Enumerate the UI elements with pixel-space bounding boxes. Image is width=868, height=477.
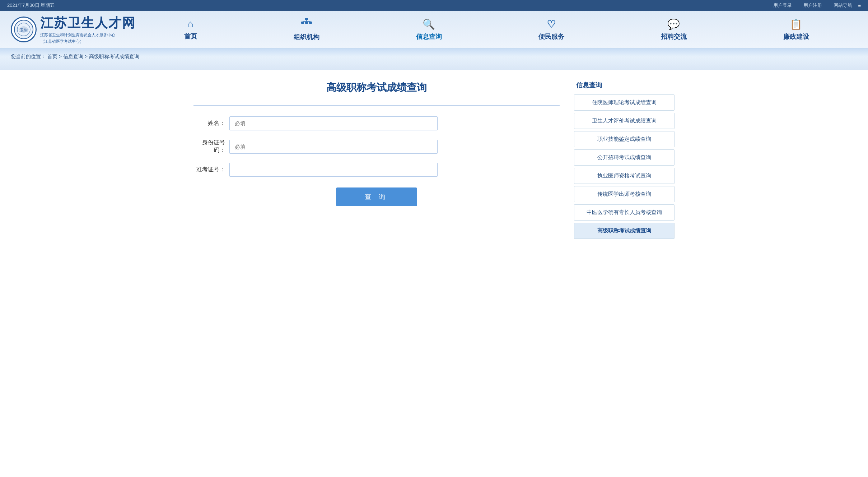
heart-icon: ♡ — [547, 18, 556, 30]
nav-home[interactable]: ⌂ 首页 — [178, 15, 203, 43]
doc-icon: 📋 — [790, 18, 802, 30]
sidebar-item-7[interactable]: 高级职称考试成绩查询 — [574, 223, 675, 239]
nav-recruit-label: 招聘交流 — [661, 32, 687, 41]
sidebar-title: 信息查询 — [574, 81, 675, 89]
form-divider — [193, 105, 560, 106]
breadcrumb-sep2: > — [85, 54, 89, 59]
breadcrumb-home[interactable]: 首页 — [47, 54, 57, 59]
svg-rect-5 — [305, 22, 308, 24]
logo-text: 江苏卫生人才网 江苏省卫生和计划生育委员会人才服务中心 （江苏省医学考试中心） — [40, 14, 136, 45]
banner: 您当前的位置： 首页 > 信息查询 > 高级职称考试成绩查询 — [0, 48, 868, 70]
sidebar-item-2[interactable]: 职业技能鉴定成绩查询 — [574, 131, 675, 147]
nav-home-label: 首页 — [184, 32, 197, 41]
examno-input[interactable] — [229, 163, 438, 177]
idcard-label: 身份证号码： — [193, 139, 229, 154]
svg-rect-4 — [301, 22, 304, 24]
svg-rect-6 — [309, 22, 312, 24]
name-row: 姓名： — [193, 116, 560, 130]
sidebar-item-5[interactable]: 传统医学出师考核查询 — [574, 186, 675, 202]
idcard-input[interactable] — [229, 140, 438, 154]
top-bar: 2021年7月30日 星期五 用户登录 用户注册 网站导航 ≡ — [0, 0, 868, 11]
breadcrumb-sep1: > — [59, 54, 63, 59]
sidebar-item-6[interactable]: 中医医学确有专长人员考核查询 — [574, 204, 675, 221]
breadcrumb-current: 高级职称考试成绩查询 — [89, 54, 139, 59]
site-title: 江苏卫生人才网 — [40, 14, 136, 32]
breadcrumb-info[interactable]: 信息查询 — [63, 54, 83, 59]
breadcrumb-prefix: 您当前的位置： — [11, 54, 46, 59]
nav-organization[interactable]: 组织机构 — [288, 15, 325, 44]
nav-clean[interactable]: 📋 廉政建设 — [778, 15, 815, 44]
query-button[interactable]: 查 询 — [336, 187, 417, 206]
search-icon: 🔍 — [423, 18, 435, 30]
logo-icon: 卫生 — [11, 17, 37, 42]
main-container: 高级职称考试成绩查询 姓名： 身份证号码： 准考证号： 查 询 信息查询 住院医… — [183, 70, 685, 252]
sidebar-item-4[interactable]: 执业医师资格考试查询 — [574, 168, 675, 184]
nav-info-label: 信息查询 — [416, 32, 442, 41]
nav-info[interactable]: 🔍 信息查询 — [410, 15, 448, 44]
logo-area: 卫生 江苏卫生人才网 江苏省卫生和计划生育委员会人才服务中心 （江苏省医学考试中… — [11, 14, 136, 45]
chat-icon: 💬 — [667, 18, 680, 30]
organization-icon — [301, 18, 312, 31]
name-label: 姓名： — [193, 120, 229, 127]
sidebar-item-3[interactable]: 公开招聘考试成绩查询 — [574, 149, 675, 166]
page-header: 卫生 江苏卫生人才网 江苏省卫生和计划生育委员会人才服务中心 （江苏省医学考试中… — [0, 11, 868, 48]
nav-clean-label: 廉政建设 — [783, 32, 809, 41]
nav-service[interactable]: ♡ 便民服务 — [533, 15, 570, 44]
register-link[interactable]: 用户注册 — [803, 2, 822, 9]
nav-service-label: 便民服务 — [538, 32, 564, 41]
site-subtitle2: （江苏省医学考试中心） — [40, 38, 136, 45]
nav-org-label: 组织机构 — [294, 33, 319, 41]
hamburger-icon[interactable]: ≡ — [858, 3, 861, 8]
examno-label: 准考证号： — [193, 166, 229, 173]
svg-rect-3 — [305, 18, 308, 20]
name-input[interactable] — [229, 116, 438, 130]
site-nav-link[interactable]: 网站导航 — [834, 2, 852, 9]
sidebar-item-0[interactable]: 住院医师理论考试成绩查询 — [574, 94, 675, 111]
form-title: 高级职称考试成绩查询 — [193, 81, 560, 94]
breadcrumb: 您当前的位置： 首页 > 信息查询 > 高级职称考试成绩查询 — [0, 48, 868, 65]
main-nav: ⌂ 首页 组织机构 🔍 信息查询 ♡ 便民服务 — [136, 15, 857, 44]
nav-recruit[interactable]: 💬 招聘交流 — [655, 15, 692, 44]
sidebar-item-1[interactable]: 卫生人才评价考试成绩查询 — [574, 113, 675, 129]
login-link[interactable]: 用户登录 — [773, 2, 792, 9]
examno-row: 准考证号： — [193, 163, 560, 177]
form-area: 高级职称考试成绩查询 姓名： 身份证号码： 准考证号： 查 询 — [193, 81, 574, 241]
date-display: 2021年7月30日 星期五 — [7, 2, 55, 9]
sidebar: 信息查询 住院医师理论考试成绩查询 卫生人才评价考试成绩查询 职业技能鉴定成绩查… — [574, 81, 675, 241]
top-bar-actions: 用户登录 用户注册 网站导航 ≡ — [773, 2, 861, 9]
idcard-row: 身份证号码： — [193, 139, 560, 154]
site-subtitle1: 江苏省卫生和计划生育委员会人才服务中心 — [40, 32, 136, 38]
home-icon: ⌂ — [187, 18, 193, 30]
